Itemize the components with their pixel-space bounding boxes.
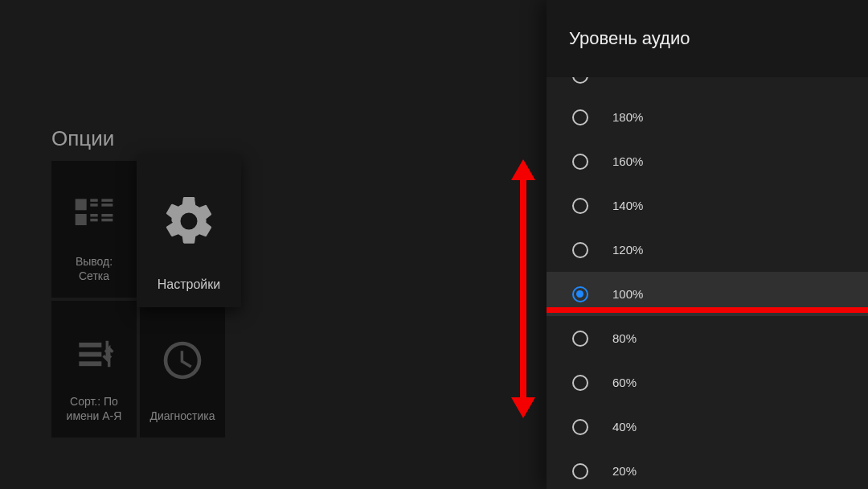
option-label: 180%: [612, 110, 643, 124]
option-label: 100%: [612, 287, 643, 301]
svg-rect-10: [79, 343, 101, 347]
audio-option-120[interactable]: 120%: [547, 228, 868, 272]
svg-rect-12: [79, 361, 101, 366]
radio-icon: [572, 154, 588, 170]
annotation-arrow-down-icon: [511, 389, 535, 418]
gear-icon: [160, 166, 218, 277]
svg-rect-7: [101, 203, 113, 206]
radio-icon: [572, 419, 588, 435]
options-heading: Опции: [51, 126, 114, 151]
svg-rect-5: [90, 218, 97, 221]
option-label: 60%: [612, 376, 637, 389]
annotation-arrow-up-icon: [511, 159, 535, 188]
option-label: 140%: [612, 199, 643, 212]
tile-settings[interactable]: Настройки: [137, 154, 241, 307]
radio-icon: [572, 286, 588, 302]
svg-marker-13: [511, 159, 535, 188]
svg-marker-15: [511, 389, 535, 418]
tile-label: Сорт.: По имени А-Я: [67, 395, 122, 423]
tile-label: Настройки: [158, 277, 220, 293]
radio-icon: [572, 331, 588, 347]
svg-rect-8: [101, 214, 113, 217]
audio-option-140[interactable]: 140%: [547, 183, 868, 228]
audio-option-180[interactable]: 180%: [547, 95, 868, 139]
audio-options-list: 180% 160% 140% 120% 100% 80% 60% 40% 20%: [547, 95, 868, 489]
tile-view-grid[interactable]: Вывод: Сетка: [51, 161, 137, 298]
audio-option-160[interactable]: 160%: [547, 139, 868, 183]
grid-icon: [72, 172, 117, 255]
option-label: 20%: [612, 464, 637, 478]
radio-icon: [572, 242, 588, 258]
svg-rect-3: [90, 203, 97, 206]
option-label: 120%: [612, 243, 643, 257]
audio-level-panel: Уровень аудио 180% 160% 140% 120% 100% 8…: [547, 0, 868, 489]
annotation-underline: [547, 307, 868, 313]
tile-label: Вывод: Сетка: [76, 255, 113, 283]
svg-rect-4: [90, 214, 97, 217]
audio-option-60[interactable]: 60%: [547, 360, 868, 405]
radio-icon: [572, 463, 588, 479]
svg-rect-11: [79, 351, 101, 356]
radio-partial-above: [572, 77, 588, 87]
radio-icon: [572, 198, 588, 214]
panel-title: Уровень аудио: [547, 0, 868, 77]
svg-rect-1: [76, 214, 87, 225]
tile-label: Диагностика: [149, 409, 215, 424]
audio-option-40[interactable]: 40%: [547, 405, 868, 449]
sort-icon: [72, 312, 117, 395]
clock-icon: [160, 312, 205, 409]
option-label: 40%: [612, 420, 637, 434]
audio-option-20[interactable]: 20%: [547, 449, 868, 489]
annotation-arrow-shaft: [511, 188, 535, 389]
svg-rect-9: [101, 218, 113, 221]
tile-diagnostics[interactable]: Диагностика: [140, 301, 225, 438]
svg-rect-6: [101, 199, 113, 202]
radio-icon: [572, 375, 588, 391]
option-label: 160%: [612, 154, 643, 168]
radio-icon: [572, 109, 588, 125]
svg-rect-0: [76, 199, 87, 210]
svg-rect-2: [90, 199, 97, 202]
tile-sort[interactable]: Сорт.: По имени А-Я: [51, 301, 137, 438]
option-label: 80%: [612, 331, 637, 345]
svg-rect-14: [520, 188, 526, 389]
audio-option-80[interactable]: 80%: [547, 316, 868, 360]
